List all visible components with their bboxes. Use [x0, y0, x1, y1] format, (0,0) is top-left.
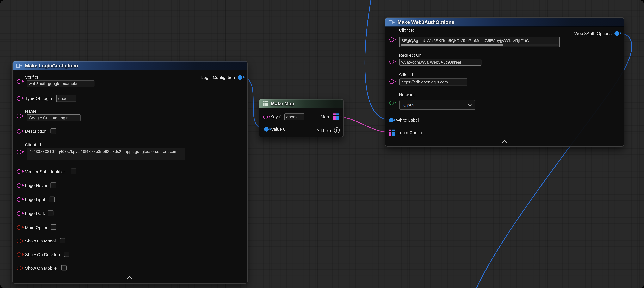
show-on-desktop-checkbox[interactable]: [64, 251, 70, 257]
main-option-checkbox[interactable]: [51, 224, 56, 230]
collapse-chevron-icon[interactable]: [502, 139, 507, 143]
output-pin-map[interactable]: [333, 113, 339, 120]
node-header[interactable]: Make Web3AuthOptions: [385, 18, 624, 27]
verifier-sub-identifier-input[interactable]: [71, 169, 76, 174]
pin-name[interactable]: [17, 114, 24, 118]
add-pin-label: Add pin: [316, 128, 331, 133]
pin-key0[interactable]: [263, 114, 270, 119]
pin-label-login-config: Login Config: [398, 130, 422, 135]
pin-show-on-mobile[interactable]: [17, 266, 24, 270]
node-header[interactable]: Make Map: [259, 99, 343, 108]
pin-label-logo-dark: Logo Dark: [25, 211, 45, 216]
pin-value0[interactable]: [264, 127, 271, 131]
node-make-web3authoptions[interactable]: Make Web3AuthOptions Web 3Auth Options C…: [385, 17, 624, 147]
collapse-chevron-icon[interactable]: [126, 275, 132, 279]
pin-show-on-modal[interactable]: [17, 239, 24, 243]
client-id-input[interactable]: BEglQSgt4cUWcj6SKRdu5QkOXTsePmMcusG5EAoy…: [399, 37, 560, 47]
node-make-map[interactable]: Make Map Key 0 google Value 0 Map Add pi…: [259, 99, 344, 137]
pin-label-description: Description: [25, 129, 47, 134]
output-label-map: Map: [321, 114, 329, 119]
type-of-login-input[interactable]: google: [56, 95, 76, 102]
pin-label-client-id: Client Id: [399, 28, 415, 33]
pin-logo-hover[interactable]: [17, 183, 24, 188]
client-id-value: BEglQSgt4cUWcj6SKRdu5QkOXTsePmMcusG5EAoy…: [401, 38, 529, 43]
pin-show-on-desktop[interactable]: [17, 252, 24, 257]
horizontal-scrollbar[interactable]: [400, 44, 558, 46]
pin-verifier-sub-identifier[interactable]: [17, 169, 24, 174]
pin-label-logo-hover: Logo Hover: [25, 183, 48, 188]
pin-type-of-login[interactable]: [17, 96, 24, 101]
pin-label-show-on-desktop: Show On Desktop: [25, 252, 60, 257]
make-struct-icon: [388, 20, 395, 25]
pin-label-verifier-sub-identifier: Verifier Sub Identifier: [25, 169, 65, 174]
pin-description[interactable]: [17, 129, 24, 133]
pin-label-white-label: White Label: [396, 118, 419, 123]
pin-label-value0: Value 0: [271, 127, 286, 132]
redirect-url-input[interactable]: w3a://com.w3a.Web3AuthUnreal: [399, 59, 482, 66]
show-on-mobile-checkbox[interactable]: [61, 265, 67, 270]
pin-label-name: Name: [25, 109, 36, 114]
pin-client-id[interactable]: [390, 37, 396, 42]
pin-client-id[interactable]: [17, 149, 24, 154]
sdk-url-input[interactable]: https://sdk.openlogin.com: [399, 79, 467, 86]
node-title: Make Map: [271, 101, 294, 106]
description-input[interactable]: [50, 128, 56, 134]
show-on-modal-checkbox[interactable]: [60, 238, 65, 243]
verifier-input[interactable]: web3auth-google-example: [27, 80, 94, 87]
node-make-loginconfigitem[interactable]: Make LoginConfigItem Login Config Item V…: [12, 61, 248, 283]
blueprint-graph-canvas[interactable]: Make LoginConfigItem Login Config Item V…: [0, 0, 644, 288]
output-label-web3auth-options: Web 3Auth Options: [574, 31, 612, 36]
logo-dark-input[interactable]: [48, 210, 53, 216]
pin-white-label[interactable]: [389, 118, 396, 122]
make-struct-icon: [16, 63, 22, 68]
client-id-input[interactable]: 774338308167-q463s7kpvja16l4l0kko3nb925i…: [27, 148, 185, 160]
pin-login-config[interactable]: [388, 130, 395, 136]
pin-label-logo-light: Logo Light: [25, 197, 45, 202]
logo-light-input[interactable]: [49, 196, 54, 202]
network-dropdown[interactable]: CYAN: [399, 100, 475, 110]
pin-network[interactable]: [390, 101, 396, 105]
pin-label-network: Network: [399, 92, 415, 97]
pin-main-option[interactable]: [17, 225, 24, 230]
key0-input[interactable]: google: [284, 113, 304, 120]
output-pin-login-config-item[interactable]: [238, 75, 245, 80]
pin-sdk-url[interactable]: [390, 79, 396, 84]
pin-label-sdk-url: Sdk Url: [399, 72, 413, 77]
output-pin-web3auth-options[interactable]: [614, 31, 622, 36]
name-input[interactable]: Google Custom Login: [27, 114, 80, 121]
pin-label-main-option: Main Option: [25, 225, 48, 230]
pin-label-type-of-login: Type Of Login: [25, 96, 52, 101]
map-container-icon: [262, 101, 268, 106]
pin-verifier[interactable]: [17, 79, 24, 84]
pin-redirect-url[interactable]: [390, 59, 396, 64]
pin-label-show-on-modal: Show On Modal: [25, 238, 56, 243]
node-title: Make Web3AuthOptions: [398, 19, 454, 25]
pin-label-show-on-mobile: Show On Mobile: [25, 266, 56, 270]
pin-logo-dark[interactable]: [17, 211, 24, 215]
node-title: Make LoginConfigItem: [25, 63, 78, 68]
logo-hover-input[interactable]: [50, 182, 56, 188]
pin-label-verifier: Verifier: [25, 74, 38, 79]
node-header[interactable]: Make LoginConfigItem: [13, 61, 247, 70]
pin-label-client-id: Client Id: [25, 142, 41, 147]
scrollbar-thumb[interactable]: [400, 44, 503, 46]
add-pin-button[interactable]: [334, 127, 340, 133]
network-selected-value: CYAN: [403, 103, 414, 107]
pin-logo-light[interactable]: [17, 197, 24, 202]
output-label-login-config-item: Login Config Item: [201, 75, 235, 80]
pin-label-key0: Key 0: [270, 114, 281, 119]
pin-label-redirect-url: Redirect Url: [399, 53, 422, 58]
